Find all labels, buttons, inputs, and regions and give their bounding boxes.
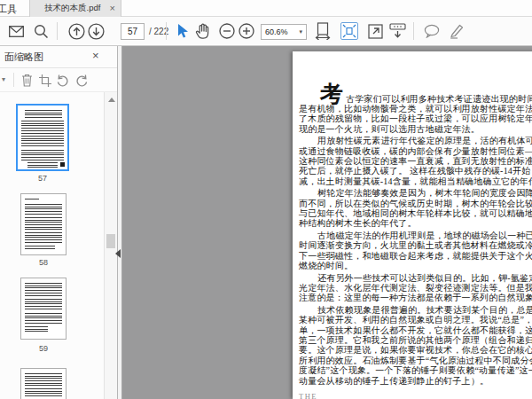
- comment-icon[interactable]: [423, 22, 441, 40]
- text-line: 或通过食物链吸收碳，碳的内部会保有少量放射性同位素——: [299, 146, 532, 156]
- running-footer: THE: [299, 392, 532, 399]
- thumb-text-lines: [25, 246, 55, 249]
- panel-divider: [13, 73, 14, 87]
- toolbar-divider: [166, 22, 167, 40]
- chevron-down-icon: ▾: [299, 28, 302, 35]
- text-line: 是有机物，比如动物骸骨之类，就可以利用放射性碳定年法: [299, 104, 532, 113]
- zoom-out-button[interactable]: [218, 22, 236, 40]
- text-line: 减，出土时测量其碳-14含量，就能相当精确地确立它的年代: [299, 176, 532, 186]
- dropcap: 考: [320, 85, 343, 104]
- thumbnails-panel: 面缩略图 × ▾ 57 58: [0, 46, 118, 399]
- thumbnail-label: 59: [17, 344, 70, 353]
- trash-icon[interactable]: [20, 73, 35, 88]
- text-line: 某种可被开发、利用的自然现象或自明之理。我说“总是”，理: [299, 315, 532, 325]
- paragraph: 技术依赖现象是很普遍的。技术要达到某个目的，总是需 某种可被开发、利用的自然现象…: [299, 305, 532, 386]
- options-dropdown-icon[interactable]: ▾: [2, 75, 5, 83]
- text-line: 第三个原理。它和我之前所说的其他两个原理（组合和递归）: [299, 335, 532, 345]
- thumbnail-page-59[interactable]: [20, 278, 66, 340]
- search-icon[interactable]: [32, 22, 50, 40]
- crop-pages-icon[interactable]: [37, 73, 52, 88]
- text-line: 单，一项技术如果什么都不开发，它就什么都不能获得，这就: [299, 325, 532, 335]
- paragraph: 考古学家们可以利用多种技术考证遗迹出现的时间。如果发 是有机物，比如动物骸骨之类…: [299, 85, 532, 134]
- text-line: 技术依赖现象是很普遍的。技术要达到某个目的，总是需: [299, 305, 532, 315]
- thumbnail-label: 58: [17, 258, 70, 267]
- pdf-page[interactable]: 考古学家们可以利用多种技术考证遗迹出现的时间。如果发 是有机物，比如动物骸骨之类…: [293, 51, 532, 399]
- panel-collapse-icon[interactable]: [115, 249, 121, 258]
- rotate-cw-icon[interactable]: [74, 73, 90, 88]
- thumbnail-page-60[interactable]: [20, 368, 66, 399]
- text-line: 考古学家们可以利用多种技术考证遗迹出现的时间。如果发: [299, 85, 532, 104]
- thumbnail-page-58[interactable]: [20, 193, 66, 255]
- thumb-text-lines: [27, 162, 59, 168]
- thumbnails-scrollbar[interactable]: [104, 92, 117, 399]
- text-line: 度凝结”这个现象。一个下落的锤子则要依赖“动量传递”这一: [299, 365, 532, 375]
- paragraph: 树轮定年法能够奏效是因为，树木年轮间的宽度会因降水 而不同，所以在类似的气候或历…: [299, 188, 532, 229]
- text-line: 这种同位素会以恒定的速率一直衰减，直到无放射性的标准碳: [299, 156, 532, 166]
- text-line: 了木质的残留物，比如一段柱子或过梁，可以应用树轮定年: [299, 113, 532, 123]
- thumb-text-lines: [25, 313, 62, 324]
- rotate-ccw-icon[interactable]: [55, 73, 70, 88]
- text-line: 树轮定年法能够奏效是因为，树木年轮间的宽度会因降水: [299, 188, 532, 198]
- text-line: 光定年法、水化层年代测定法、裂变径迹测定法等。但是我想: [299, 283, 532, 293]
- paragraph: 古地磁定年法的作用机理则是，地球的磁场会以一种已知 时间逐渐变换方向，火坑里的黏…: [299, 231, 532, 271]
- thumb-text-lines: [25, 217, 62, 230]
- panel-close-icon[interactable]: ×: [92, 49, 99, 62]
- paragraph: 用放射性碳元素进行年代鉴定的原理是，活的有机体可以 或通过食物链吸收碳，碳的内部…: [299, 136, 532, 186]
- page-number-input[interactable]: 57: [121, 23, 145, 40]
- text-line: 种结构的树木生长的年代了。: [299, 218, 532, 228]
- thumb-text-lines: [25, 283, 62, 296]
- thumb-text-lines: [21, 136, 64, 147]
- select-cursor-tool[interactable]: [174, 22, 192, 40]
- tab-tools[interactable]: 工具: [0, 3, 17, 16]
- thumbnails-toolbar: ▾: [0, 68, 117, 92]
- tab-bar: 工具 技术的本质.pdf （... ×: [0, 0, 532, 17]
- thumb-text-lines: [25, 373, 62, 386]
- toolbar-divider: [413, 22, 414, 40]
- text-line: 与已知年代、地域相同的树木年轮样本比较，就可以精确地知: [299, 208, 532, 218]
- fit-width-button[interactable]: [314, 22, 332, 40]
- fullscreen-button[interactable]: [366, 22, 384, 40]
- thumb-text-lines: [25, 299, 62, 311]
- hand-tool[interactable]: [193, 22, 211, 40]
- toolbar-divider: [57, 22, 58, 40]
- thumb-annotation-marker: [60, 162, 65, 167]
- text-line: 时间逐渐变换方向，火坑里的黏土或者其他材料在燃烧或冷却: [299, 240, 532, 250]
- text-line: 要。这个原理是说，如果你要审视技术，你总会在它的核心部: [299, 345, 532, 355]
- thumb-text-lines: [25, 326, 48, 332]
- thumbnail-label: 57: [16, 174, 69, 183]
- email-icon[interactable]: [7, 22, 25, 40]
- text-line: 所利用的效应。石油炼制要基于“气化原油过程中不同成分会: [299, 356, 532, 365]
- toolbar-options-button[interactable]: [388, 22, 406, 40]
- document-tab-title: 技术的本质.pdf （...: [44, 3, 106, 14]
- thumbnails-panel-header: 面缩略图 ×: [0, 46, 117, 68]
- fit-page-button-active[interactable]: [340, 22, 358, 40]
- scroll-up-icon[interactable]: [108, 98, 115, 102]
- text-line: 古地磁定年法的作用机理则是，地球的磁场会以一种已知: [299, 231, 532, 240]
- thumb-text-lines: [25, 110, 62, 118]
- tab-close-icon[interactable]: ×: [110, 4, 115, 13]
- thumb-text-lines: [25, 204, 62, 215]
- zoom-in-button[interactable]: [238, 22, 255, 40]
- highlighter-icon[interactable]: [448, 22, 466, 40]
- paragraph: 还有另外一些技术可以达到类似目的。比如，钾-氩鉴定法 光定年法、水化层年代测定法…: [299, 273, 532, 303]
- zoom-level-value: 60.6%: [265, 27, 288, 36]
- next-page-button[interactable]: [87, 22, 105, 40]
- text-line: 现的是一个火坑，则可以选用古地磁定年法。: [299, 124, 532, 134]
- toolbar: 57 / 222 60.6% ▾: [0, 17, 532, 46]
- thumb-text-lines: [25, 232, 62, 244]
- text-line: 死亡后，就停止摄入碳了。 这样在残骸中残存的碳-14开始: [299, 166, 532, 176]
- document-tab[interactable]: 技术的本质.pdf （... ×: [29, 0, 121, 17]
- previous-page-button[interactable]: [67, 22, 85, 40]
- text-line: 燃烧的时间。: [299, 261, 532, 270]
- thumbnail-page-57[interactable]: [16, 104, 69, 171]
- text-line: 注意的是：这里的每一种方法都是依赖于一系列的自然现象的: [299, 293, 532, 302]
- zoom-level-dropdown[interactable]: 60.6% ▾: [261, 24, 307, 40]
- page-text: 考古学家们可以利用多种技术考证遗迹出现的时间。如果发 是有机物，比如动物骸骨之类…: [299, 85, 532, 399]
- thumbnails-panel-title: 面缩略图: [4, 51, 43, 64]
- text-line: 还有另外一些技术可以达到类似目的。比如，钾-氩鉴定法: [299, 273, 532, 283]
- text-line: 而不同，所以在类似的气候或历史时期，树木的年轮会比较相: [299, 199, 532, 208]
- text-line: 下一些弱磁性，和地磁联合起来考虑，就能提供关于这个火坑: [299, 251, 532, 261]
- thumb-text-lines: [25, 199, 39, 201]
- thumb-text-lines: [21, 150, 64, 160]
- scrollbar-thumb[interactable]: [106, 234, 115, 248]
